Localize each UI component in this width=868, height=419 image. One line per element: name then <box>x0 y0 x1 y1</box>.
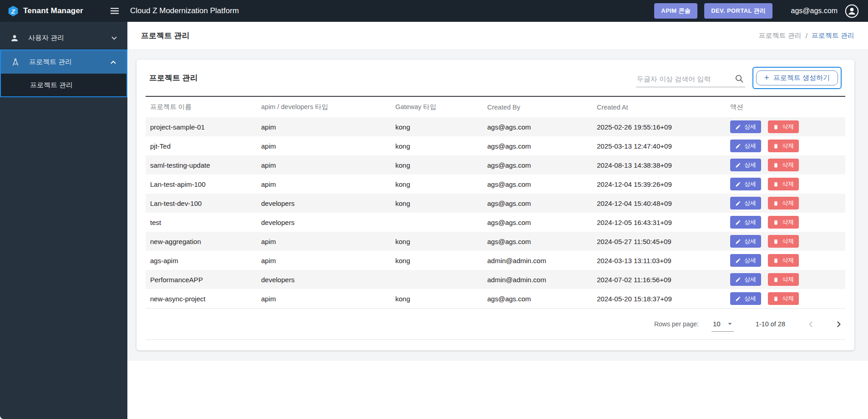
apim-console-button[interactable]: APIM 콘솔 <box>654 3 697 19</box>
tenant-manager-logo-icon: Z <box>7 5 19 17</box>
cell-project-name: test <box>146 213 257 232</box>
column-header-actions: 액션 <box>726 96 845 117</box>
delete-button[interactable]: 삭제 <box>768 235 799 248</box>
delete-button[interactable]: 삭제 <box>768 254 799 267</box>
pagination: Rows per page: 10 1-10 of 28 <box>146 308 845 340</box>
table-row[interactable]: test developers ags@ags.com 2024-12-05 1… <box>146 213 845 232</box>
detail-button-label: 상세 <box>744 237 756 245</box>
detail-button[interactable]: 상세 <box>730 235 761 248</box>
delete-button[interactable]: 삭제 <box>768 159 799 171</box>
detail-button[interactable]: 상세 <box>730 140 761 152</box>
trash-icon <box>773 296 779 302</box>
delete-button-label: 삭제 <box>782 218 794 226</box>
sidebar-item-label: 프로젝트 관리 <box>29 58 72 66</box>
table-row[interactable]: new-async-project apim kong ags@ags.com … <box>146 289 845 308</box>
table-row[interactable]: ags-apim apim kong admin@admin.com 2024-… <box>146 251 845 270</box>
cell-created-at: 2024-08-13 14:38:38+09 <box>592 155 726 175</box>
delete-button[interactable]: 삭제 <box>768 140 799 152</box>
cell-type: apim <box>257 289 391 308</box>
delete-button[interactable]: 삭제 <box>768 273 799 286</box>
brand[interactable]: Z Tenant Manager <box>0 5 106 17</box>
cell-created-at: 2025-03-13 12:47:40+09 <box>592 136 726 155</box>
table-row[interactable]: Lan-test-dev-100 developers kong ags@ags… <box>146 194 845 213</box>
cell-project-name: PerformanceAPP <box>146 270 257 289</box>
delete-button[interactable]: 삭제 <box>768 292 799 305</box>
delete-button[interactable]: 삭제 <box>768 120 799 133</box>
table-header: 프로젝트 이름 apim / developers 타입 Gateway 타입 … <box>146 96 845 117</box>
detail-button[interactable]: 상세 <box>730 292 761 305</box>
user-avatar-icon <box>845 4 859 18</box>
card-title: 프로젝트 관리 <box>149 73 198 83</box>
user-email: ags@ags.com <box>791 7 838 15</box>
search-icon <box>734 74 744 84</box>
cell-actions: 상세 삭제 <box>726 194 845 213</box>
sidebar: 사용자 관리 프로젝트 관리 <box>0 22 127 419</box>
detail-button[interactable]: 상세 <box>730 178 761 190</box>
chevron-down-icon <box>110 34 118 42</box>
next-page-button[interactable] <box>834 319 843 329</box>
cell-created-by: ags@ags.com <box>483 289 592 308</box>
create-project-button-label: 프로젝트 생성하기 <box>773 74 830 82</box>
search-button[interactable] <box>734 74 744 84</box>
search-input[interactable] <box>637 75 727 83</box>
delete-button[interactable]: 삭제 <box>768 197 799 210</box>
delete-button-label: 삭제 <box>782 142 794 150</box>
detail-button-label: 상세 <box>744 123 756 131</box>
table-row[interactable]: PerformanceAPP developers admin@admin.co… <box>146 270 845 289</box>
detail-button[interactable]: 상세 <box>730 197 761 210</box>
cell-type: apim <box>257 232 391 251</box>
sidebar-subitem-project-management[interactable]: 프로젝트 관리 <box>1 74 126 96</box>
detail-button-label: 상세 <box>744 161 756 169</box>
detail-button-label: 상세 <box>744 218 756 226</box>
avatar[interactable] <box>845 4 859 18</box>
detail-button[interactable]: 상세 <box>730 254 761 267</box>
person-icon <box>10 34 19 43</box>
table-row[interactable]: saml-testing-update apim kong ags@ags.co… <box>146 155 845 175</box>
cell-created-by: ags@ags.com <box>483 136 592 155</box>
detail-button[interactable]: 상세 <box>730 120 761 133</box>
trash-icon <box>773 258 779 264</box>
table-row[interactable]: new-aggregation apim kong ags@ags.com 20… <box>146 232 845 251</box>
detail-button[interactable]: 상세 <box>730 273 761 286</box>
sidebar-item-project-management[interactable]: 프로젝트 관리 <box>1 50 126 74</box>
cell-gateway: kong <box>391 194 483 213</box>
cell-actions: 상세 삭제 <box>726 155 845 175</box>
sidebar-toggle-button[interactable] <box>106 2 124 20</box>
cell-project-name: new-async-project <box>146 289 257 308</box>
detail-button[interactable]: 상세 <box>730 216 761 229</box>
cell-actions: 상세 삭제 <box>726 213 845 232</box>
plus-icon: + <box>764 75 769 81</box>
column-header-project-name: 프로젝트 이름 <box>146 96 257 117</box>
breadcrumb-item-current[interactable]: 프로젝트 관리 <box>812 31 854 40</box>
create-project-button[interactable]: + 프로젝트 생성하기 <box>756 70 838 85</box>
content-body: 프로젝트 관리 <box>127 50 868 361</box>
pencil-icon <box>735 296 741 302</box>
cell-created-at: 2024-05-20 15:18:37+09 <box>592 289 726 308</box>
rows-per-page-select[interactable]: 10 <box>712 320 734 332</box>
previous-page-button[interactable] <box>806 319 816 329</box>
table-row[interactable]: Lan-test-apim-100 apim kong ags@ags.com … <box>146 175 845 194</box>
cell-created-by: admin@admin.com <box>483 251 592 270</box>
dev-portal-button[interactable]: DEV. PORTAL 관리 <box>704 3 772 19</box>
cell-gateway <box>391 270 483 289</box>
project-management-card: 프로젝트 관리 <box>136 60 854 350</box>
svg-text:Z: Z <box>11 8 15 15</box>
table-row[interactable]: project-sample-01 apim kong ags@ags.com … <box>146 117 845 136</box>
chevron-up-icon <box>109 58 117 66</box>
cell-created-by: ags@ags.com <box>483 213 592 232</box>
main-area: 프로젝트 관리 프로젝트 관리 / 프로젝트 관리 프로젝트 관리 <box>127 22 868 419</box>
detail-button[interactable]: 상세 <box>730 159 761 171</box>
breadcrumb-item[interactable]: 프로젝트 관리 <box>758 31 801 40</box>
pencil-icon <box>735 258 741 264</box>
column-header-created-by: Created By <box>483 96 592 117</box>
content-header: 프로젝트 관리 프로젝트 관리 / 프로젝트 관리 <box>127 22 868 50</box>
table-row[interactable]: pjt-Ted apim kong ags@ags.com 2025-03-13… <box>146 136 845 155</box>
delete-button[interactable]: 삭제 <box>768 178 799 190</box>
cell-type: apim <box>257 251 391 270</box>
cell-created-at: 2024-07-02 11:16:56+09 <box>592 270 726 289</box>
cell-created-by: ags@ags.com <box>483 117 592 136</box>
card-header: 프로젝트 관리 <box>146 60 845 96</box>
detail-button-label: 상세 <box>744 294 756 303</box>
sidebar-item-user-management[interactable]: 사용자 관리 <box>0 26 127 50</box>
delete-button[interactable]: 삭제 <box>768 216 799 229</box>
